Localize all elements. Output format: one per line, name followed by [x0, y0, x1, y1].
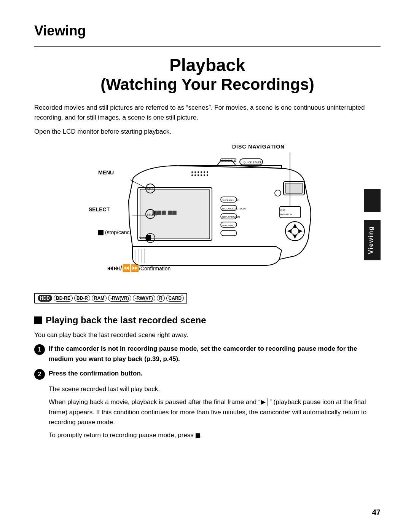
- sub-text-3: To promptly return to recording pause mo…: [49, 430, 381, 440]
- svg-text:MENU: MENU: [148, 188, 156, 190]
- svg-point-18: [194, 171, 196, 173]
- svg-rect-16: [285, 183, 303, 193]
- page-container: Viewing Playback (Watching Your Recordin…: [0, 0, 411, 532]
- media-badge-bar: HDD BD-RE BD-R RAM -RW(VR) -RW(VF) R CAR…: [34, 293, 187, 304]
- intro-text-2: Open the LCD monitor before starting pla…: [34, 127, 381, 137]
- svg-text:SELECT: SELECT: [147, 213, 158, 216]
- svg-point-19: [198, 171, 199, 173]
- step-2-text: Press the confirmation button.: [49, 369, 381, 379]
- svg-point-26: [201, 174, 202, 176]
- svg-point-24: [194, 174, 196, 176]
- intro-text-1: Recorded movies and still pictures are r…: [34, 103, 381, 123]
- badge-hdd: HDD: [38, 295, 52, 302]
- step-2-row: 2 Press the confirmation button.: [34, 369, 381, 380]
- stop-icon-inline: [196, 433, 200, 438]
- svg-text:DISC: DISC: [280, 209, 285, 211]
- bullet-icon: [34, 316, 42, 324]
- svg-point-20: [201, 171, 202, 173]
- badge-card: CARD: [166, 295, 184, 302]
- step-2-container: 2 Press the confirmation button.: [34, 369, 381, 380]
- step-1-number: 1: [34, 344, 45, 355]
- svg-point-27: [204, 174, 205, 176]
- step-1-container: 1 If the camcorder is not in recording p…: [34, 344, 381, 364]
- sidebar-label: Viewing: [364, 220, 381, 260]
- svg-text:PLAY STOP: PLAY STOP: [222, 224, 233, 227]
- sub-text-1: The scene recorded last will play back.: [49, 384, 381, 394]
- page-indicator-square: [364, 189, 381, 212]
- main-title-block: Playback (Watching Your Recordings): [34, 55, 381, 94]
- badge-bdre: BD-RE: [54, 295, 73, 302]
- step-2-number: 2: [34, 369, 45, 380]
- svg-text:DISPLAY FINALIZE: DISPLAY FINALIZE: [222, 216, 241, 218]
- svg-point-25: [198, 174, 199, 176]
- badge-rwvr: -RW(VR): [108, 295, 131, 302]
- badge-ram: RAM: [92, 295, 107, 302]
- badge-bdr: BD-R: [74, 295, 90, 302]
- main-title-line1: Playback: [34, 55, 381, 75]
- svg-point-23: [191, 174, 193, 176]
- you-can-text: You can play back the last recorded scen…: [34, 330, 381, 340]
- step-1-row: 1 If the camcorder is not in recording p…: [34, 344, 381, 364]
- subsection-title: Playing back the last recorded scene: [46, 315, 206, 326]
- section-heading: Viewing: [34, 23, 381, 39]
- media-badges-wrapper: HDD BD-RE BD-R RAM -RW(VR) -RW(VF) R CAR…: [34, 291, 381, 309]
- svg-text:BLC EXPOSURE FOCUS: BLC EXPOSURE FOCUS: [222, 208, 246, 210]
- svg-point-21: [204, 171, 205, 173]
- badge-rwvf: -RW(VF): [133, 295, 155, 302]
- svg-text:QUICK START: QUICK START: [244, 161, 261, 164]
- main-title-line2: (Watching Your Recordings): [34, 75, 381, 94]
- section-divider: [34, 46, 381, 47]
- step-1-text: If the camcorder is not in recording pau…: [49, 344, 381, 364]
- svg-text:⬛⬛: ⬛⬛: [167, 210, 177, 215]
- camera-diagram: ⬛⬛⬛ ⬛⬛: [76, 147, 320, 277]
- badge-r: R: [157, 295, 165, 302]
- diagram-area: DISC NAVIGATION MENU SELECT (stop/cancel…: [34, 144, 381, 284]
- subsection-heading: Playing back the last recorded scene: [34, 315, 381, 326]
- sub-text-2: When playing back a movie, playback is p…: [49, 397, 381, 427]
- svg-point-22: [207, 171, 208, 173]
- svg-text:NAVIGATION: NAVIGATION: [279, 213, 292, 216]
- svg-point-28: [207, 174, 208, 176]
- page-number: 47: [372, 508, 381, 517]
- svg-text:GUIDE FULL UTD: GUIDE FULL UTD: [222, 199, 239, 201]
- svg-point-17: [191, 171, 193, 173]
